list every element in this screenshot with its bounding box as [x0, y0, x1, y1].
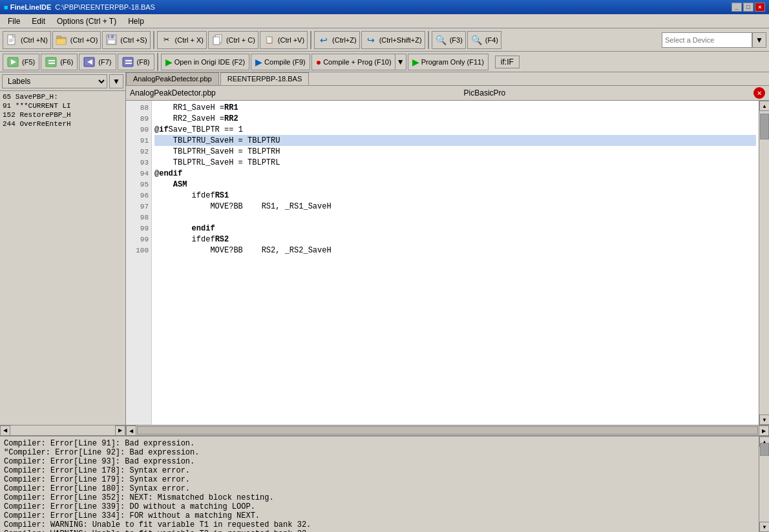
undo-button[interactable]: ↩ (Ctrl+Z): [314, 31, 360, 49]
compile-prog-icon: ●: [316, 57, 321, 67]
left-panel: Labels ▼ 65 SavePBP_H: 91 ***CURRENT LI …: [0, 72, 126, 435]
label-dropdown[interactable]: Labels: [2, 74, 107, 88]
scroll-right-arrow[interactable]: ▶: [115, 425, 125, 436]
editor-scroll-thumb[interactable]: [760, 114, 769, 139]
output-line: Compiler: Error[Line 180]: Syntax error.: [4, 484, 755, 493]
f6-button[interactable]: (F6): [41, 54, 78, 70]
code-line: MOVE?BB RS2, _RS2_SaveH: [154, 245, 756, 256]
line-number: 98: [126, 212, 151, 223]
svg-rect-3: [9, 40, 14, 41]
svg-rect-6: [57, 36, 61, 38]
tab-bar: AnalogPeakDetector.pbp REENTERPBP-18.BAS: [126, 72, 769, 86]
save-button[interactable]: (Ctrl +S): [102, 31, 150, 49]
tab-analog[interactable]: AnalogPeakDetector.pbp: [126, 72, 219, 85]
new-icon: [6, 34, 19, 46]
code-editor[interactable]: RR1_SaveH = RR1 RR2_SaveH = RR2 @ if Sav…: [152, 101, 759, 425]
editor-vscroll[interactable]: ▲ ▼: [759, 101, 769, 425]
cut-icon: ✂: [160, 34, 173, 46]
left-hscroll: ◀ ▶: [0, 425, 125, 435]
editor-close-button[interactable]: ✕: [753, 87, 765, 99]
compile-prog-dropdown[interactable]: ▼: [395, 54, 406, 70]
new-button[interactable]: (Ctrl +N): [3, 31, 51, 49]
label-header: Labels ▼: [0, 72, 125, 91]
compile-prog-container: ● Compile + Prog (F10) ▼: [311, 54, 406, 70]
code-line: @ endif: [154, 168, 756, 179]
svg-rect-22: [125, 60, 132, 61]
find-next-icon: 🔍: [470, 34, 483, 46]
svg-rect-4: [9, 41, 12, 42]
menu-bar: File Edit Options (Ctrl + T) Help: [0, 14, 769, 28]
svg-rect-7: [56, 39, 66, 45]
paste-icon: 📋: [263, 34, 276, 46]
output-line: Compiler: Error[Line 91]: Bad expression…: [4, 439, 755, 448]
line-number: 92: [126, 146, 151, 157]
open-ide-button[interactable]: ▶ Open in Origi IDE (F2): [161, 54, 249, 70]
toolbar2: (F5) (F6) (F7) (F: [0, 52, 769, 72]
f8-button[interactable]: (F8): [118, 54, 154, 70]
f5-button[interactable]: (F5): [3, 54, 39, 70]
line-number: 94: [126, 168, 151, 179]
output-line: Compiler: Error[Line 334]: FOR without a…: [4, 511, 755, 520]
output-line: Compiler: Error[Line 178]: Syntax error.: [4, 466, 755, 475]
line-number: 93: [126, 157, 151, 168]
output-scroll-thumb[interactable]: [760, 443, 769, 456]
line-number: 96: [126, 190, 151, 201]
editor-title-bar: AnalogPeakDetector.pbp PicBasicPro ✕: [126, 86, 769, 101]
output-panel: Compiler: Error[Line 91]: Bad expression…: [0, 435, 769, 532]
compile-button[interactable]: ▶ Compile (F9): [251, 54, 310, 70]
minimize-button[interactable]: _: [732, 3, 742, 12]
output-line: Compiler: Error[Line 352]: NEXT: Mismatc…: [4, 493, 755, 502]
copy-icon: [211, 34, 224, 46]
output-content: Compiler: Error[Line 91]: Bad expression…: [0, 436, 759, 532]
program-only-icon: ▶: [412, 57, 419, 67]
editor-scroll-right[interactable]: ▶: [759, 425, 769, 435]
copy-button[interactable]: (Ctrl + C): [208, 31, 258, 49]
device-select-input[interactable]: [662, 32, 752, 48]
toolbar1: (Ctrl +N) (Ctrl +O) (Ctrl +S) ✂ (Ctrl + …: [0, 28, 769, 52]
line-number: 88: [126, 102, 151, 113]
right-panel: AnalogPeakDetector.pbp REENTERPBP-18.BAS…: [126, 72, 769, 435]
editor-scroll-up[interactable]: ▲: [759, 101, 769, 111]
scroll-left-arrow[interactable]: ◀: [0, 425, 10, 436]
cut-button[interactable]: ✂ (Ctrl + X): [157, 31, 207, 49]
separator1: [153, 31, 154, 49]
tab-reenter[interactable]: REENTERPBP-18.BAS: [220, 72, 310, 85]
code-line: @ if Save_TBLPTR == 1: [154, 124, 756, 135]
f7-icon: [83, 56, 96, 68]
program-only-button[interactable]: ▶ Program Only (F11): [408, 54, 489, 70]
menu-options[interactable]: Options (Ctrl + T): [52, 15, 121, 27]
open-icon: [56, 34, 68, 46]
save-icon: [105, 34, 118, 46]
title-bar: ■ FineLineIDE C:\PBP\REENTERPBP-18.BAS _…: [0, 0, 769, 14]
list-item[interactable]: 65 SavePBP_H:: [1, 92, 124, 101]
undo-icon: ↩: [317, 34, 330, 46]
list-item[interactable]: 91 ***CURRENT LI: [1, 101, 124, 110]
svg-rect-11: [108, 40, 115, 44]
find-next-button[interactable]: 🔍 (F4): [467, 31, 501, 49]
list-item[interactable]: 244 OverReEnterH: [1, 119, 124, 128]
maximize-button[interactable]: □: [743, 3, 753, 12]
find-button[interactable]: 🔍 (F3): [432, 31, 466, 49]
editor-scroll-down[interactable]: ▼: [759, 414, 769, 425]
output-scroll-down[interactable]: ▼: [759, 522, 769, 532]
label-dropdown-button[interactable]: ▼: [109, 74, 123, 88]
line-numbers: 88 89 90 91 92 93 94 95 96 97 98 99 99 1…: [126, 101, 152, 425]
redo-icon: ↪: [364, 34, 377, 46]
paste-button[interactable]: 📋 (Ctrl +V): [260, 31, 308, 49]
menu-help[interactable]: Help: [123, 15, 149, 27]
compile-prog-button[interactable]: ● Compile + Prog (F10): [311, 54, 395, 70]
open-button[interactable]: (Ctrl +O): [52, 31, 101, 49]
code-line-highlighted: TBLPTRU_SaveH = TBLPTRU: [154, 135, 756, 146]
list-item[interactable]: 152 RestorePBP_H: [1, 110, 124, 119]
code-line: ifdef RS1: [154, 190, 756, 201]
redo-button[interactable]: ↪ (Ctrl+Shift+Z): [361, 31, 425, 49]
f7-button[interactable]: (F7): [79, 54, 116, 70]
output-vscroll[interactable]: ▲ ▼: [759, 436, 769, 532]
code-line: MOVE?BB RS1, _RS1_SaveH: [154, 201, 756, 212]
menu-edit[interactable]: Edit: [26, 15, 50, 27]
close-button[interactable]: ×: [755, 3, 765, 12]
editor-scroll-left[interactable]: ◀: [126, 425, 136, 435]
svg-rect-13: [213, 37, 220, 45]
menu-file[interactable]: File: [3, 15, 25, 27]
device-dropdown-button[interactable]: ▼: [752, 32, 766, 48]
